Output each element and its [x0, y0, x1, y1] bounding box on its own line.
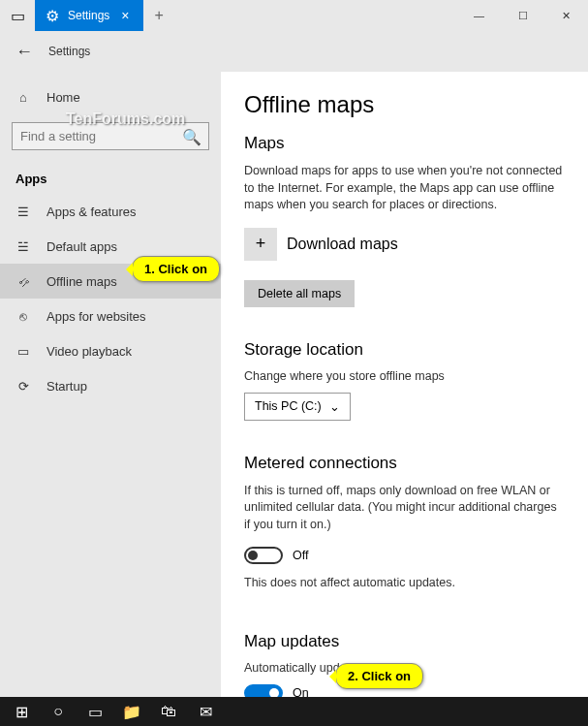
page-title: Offline maps — [244, 91, 565, 118]
browser-icon: ▭ — [10, 8, 25, 23]
sidebar-section-label: Apps — [0, 164, 221, 194]
main-content: Offline maps Maps Download maps for apps… — [221, 72, 588, 697]
chevron-down-icon: ⌄ — [329, 399, 340, 414]
sidebar-item-apps-features[interactable]: ☰ Apps & features — [0, 194, 221, 229]
search-box: 🔍 — [12, 122, 209, 150]
mail-icon[interactable]: ✉ — [188, 699, 223, 724]
start-button[interactable]: ⊞ — [4, 699, 39, 724]
gear-icon: ⚙ — [45, 8, 60, 23]
explorer-icon[interactable]: 📁 — [114, 699, 149, 724]
search-input[interactable] — [12, 122, 209, 150]
sidebar-item-label: Apps & features — [46, 205, 137, 219]
store-icon[interactable]: 🛍 — [151, 699, 186, 724]
maps-description: Download maps for apps to use when you'r… — [244, 163, 565, 214]
sidebar-item-home[interactable]: ⌂ Home — [0, 79, 221, 114]
delete-all-maps-button[interactable]: Delete all maps — [244, 280, 355, 307]
tab-label: Settings — [68, 9, 109, 22]
metered-toggle-label: Off — [293, 549, 308, 562]
header-title: Settings — [48, 45, 90, 58]
sidebar: ⌂ Home 🔍 Apps ☰ Apps & features ☱ Defaul… — [0, 72, 221, 697]
minimize-button[interactable]: — — [457, 0, 501, 31]
dropdown-value: This PC (C:) — [255, 399, 322, 413]
auto-update-toggle-label: On — [293, 686, 309, 697]
new-tab-button[interactable]: + — [143, 7, 175, 24]
storage-description: Change where you store offline maps — [244, 369, 565, 383]
tab-close-icon[interactable]: × — [117, 8, 133, 23]
defaults-icon: ☱ — [15, 238, 31, 254]
storage-location-dropdown[interactable]: This PC (C:) ⌄ — [244, 393, 351, 421]
video-icon: ▭ — [15, 343, 31, 359]
download-maps-label: Download maps — [287, 236, 398, 253]
list-icon: ☰ — [15, 204, 31, 219]
section-maps-title: Maps — [244, 134, 565, 153]
sidebar-item-label: Startup — [46, 379, 87, 394]
home-icon: ⌂ — [15, 89, 31, 105]
sidebar-item-label: Video playback — [46, 344, 132, 359]
search-taskbar-icon[interactable]: ○ — [41, 699, 76, 724]
tab-settings[interactable]: ⚙ Settings × — [35, 0, 143, 31]
sidebar-item-label: Offline maps — [46, 274, 117, 289]
metered-toggle-row: Off — [244, 547, 565, 564]
header: ← Settings — [0, 31, 588, 72]
sidebar-item-video-playback[interactable]: ▭ Video playback — [0, 333, 221, 368]
startup-icon: ⟳ — [15, 378, 31, 394]
metered-description: If this is turned off, maps only downloa… — [244, 483, 565, 534]
metered-toggle[interactable] — [244, 547, 283, 564]
search-icon[interactable]: 🔍 — [182, 127, 201, 145]
section-updates-title: Map updates — [244, 632, 565, 651]
task-view-icon[interactable]: ▭ — [77, 699, 112, 724]
sidebar-item-apps-websites[interactable]: ⎋ Apps for websites — [0, 299, 221, 333]
download-maps-button[interactable]: + Download maps — [244, 228, 398, 261]
link-icon: ⎋ — [15, 308, 31, 324]
maximize-button[interactable]: ☐ — [501, 0, 544, 31]
section-metered-title: Metered connections — [244, 454, 565, 473]
annotation-callout-2: 2. Click on — [335, 663, 423, 689]
sidebar-item-startup[interactable]: ⟳ Startup — [0, 368, 221, 403]
window-controls: — ☐ ✕ — [457, 0, 588, 31]
taskbar: ⊞ ○ ▭ 📁 🛍 ✉ — [0, 697, 588, 726]
auto-update-toggle[interactable] — [244, 684, 283, 697]
sidebar-item-label: Apps for websites — [46, 309, 146, 324]
close-button[interactable]: ✕ — [544, 0, 588, 31]
app-icon-tab: ▭ — [0, 0, 35, 31]
annotation-callout-1: 1. Click on — [132, 256, 220, 282]
plus-icon: + — [244, 228, 277, 261]
sidebar-item-label: Home — [46, 90, 80, 105]
metered-note: This does not affect automatic updates. — [244, 576, 565, 589]
map-icon: 🝰 — [15, 273, 31, 289]
titlebar: ▭ ⚙ Settings × + — ☐ ✕ — [0, 0, 588, 31]
back-button[interactable]: ← — [15, 42, 33, 62]
section-storage-title: Storage location — [244, 340, 565, 360]
sidebar-item-label: Default apps — [46, 239, 117, 254]
